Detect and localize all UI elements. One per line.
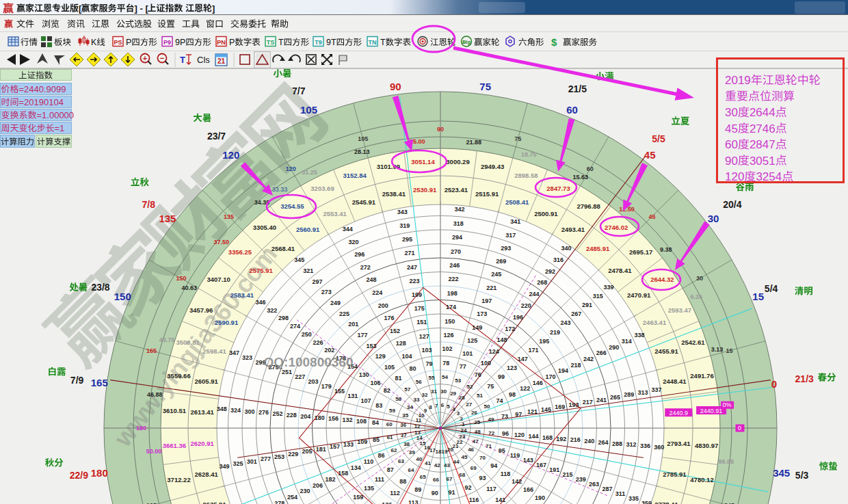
svg-text:227: 227 xyxy=(295,373,305,380)
svg-text:43: 43 xyxy=(444,462,450,468)
svg-text:316: 316 xyxy=(553,256,564,263)
svg-text:325: 325 xyxy=(233,460,243,467)
svg-text:103: 103 xyxy=(421,347,432,354)
svg-text:314: 314 xyxy=(622,338,632,345)
svg-text:174: 174 xyxy=(446,304,456,310)
svg-text:28: 28 xyxy=(459,395,465,401)
svg-text:195: 195 xyxy=(539,338,549,345)
svg-text:39: 39 xyxy=(409,449,415,455)
svg-text:150: 150 xyxy=(445,318,455,325)
svg-text:360: 360 xyxy=(654,444,664,451)
svg-text:295: 295 xyxy=(402,236,412,243)
svg-text:119: 119 xyxy=(510,452,520,459)
svg-text:141: 141 xyxy=(495,496,505,503)
svg-text:95: 95 xyxy=(499,447,505,454)
svg-text:35: 35 xyxy=(402,412,408,419)
svg-text:60: 60 xyxy=(566,104,578,116)
svg-text:205: 205 xyxy=(302,448,312,455)
svg-text:2568.41: 2568.41 xyxy=(271,245,295,252)
svg-text:158: 158 xyxy=(338,470,348,477)
svg-text:105: 105 xyxy=(300,104,317,116)
svg-text:2583.41: 2583.41 xyxy=(230,291,254,299)
svg-text:3.13: 3.13 xyxy=(711,346,724,353)
svg-text:2560.91: 2560.91 xyxy=(296,226,320,233)
svg-text:18.75: 18.75 xyxy=(521,151,537,158)
svg-text:96.88: 96.88 xyxy=(718,458,734,465)
svg-text:242: 242 xyxy=(583,356,594,362)
svg-text:90: 90 xyxy=(390,81,401,92)
svg-text:90: 90 xyxy=(437,126,444,133)
svg-text:343: 343 xyxy=(397,209,408,215)
svg-text:155: 155 xyxy=(334,388,345,395)
svg-text:120: 120 xyxy=(222,149,239,161)
svg-text:2542.61: 2542.61 xyxy=(681,339,705,346)
svg-text:2793.41: 2793.41 xyxy=(667,440,691,447)
svg-text:359: 359 xyxy=(641,500,652,504)
svg-text:113: 113 xyxy=(408,499,419,504)
svg-text:9: 9 xyxy=(424,408,427,414)
svg-text:3610.51: 3610.51 xyxy=(163,407,187,414)
svg-text:T9: T9 xyxy=(315,39,322,46)
svg-text:320: 320 xyxy=(348,239,358,246)
svg-text:170: 170 xyxy=(545,373,555,380)
svg-text:20/4: 20/4 xyxy=(723,199,741,210)
svg-text:180: 180 xyxy=(91,467,108,479)
svg-text:7/8: 7/8 xyxy=(142,199,155,210)
svg-text:146: 146 xyxy=(533,380,543,386)
svg-text:157: 157 xyxy=(330,443,340,450)
svg-text:143: 143 xyxy=(523,457,533,464)
svg-text:TS: TS xyxy=(267,39,275,46)
svg-text:15: 15 xyxy=(752,291,764,302)
svg-text:112: 112 xyxy=(390,490,400,496)
svg-text:268: 268 xyxy=(537,279,547,286)
svg-text:266: 266 xyxy=(596,349,607,356)
svg-text:98: 98 xyxy=(509,391,516,398)
svg-text:25: 25 xyxy=(474,419,480,425)
svg-text:340: 340 xyxy=(561,245,572,252)
svg-text:3051.14: 3051.14 xyxy=(411,158,435,165)
svg-text:111: 111 xyxy=(375,476,384,483)
svg-text:206: 206 xyxy=(313,482,323,489)
svg-text:22/9: 22/9 xyxy=(70,470,88,481)
svg-text:3000.29: 3000.29 xyxy=(446,158,469,165)
svg-text:] - [: ] - [ xyxy=(135,3,149,14)
svg-text:5/3: 5/3 xyxy=(795,470,809,481)
svg-text:63: 63 xyxy=(398,458,404,464)
svg-text:=2440.9099: =2440.9099 xyxy=(19,84,66,94)
svg-text:131: 131 xyxy=(347,393,358,399)
svg-text:134: 134 xyxy=(351,464,361,471)
svg-text:12: 12 xyxy=(414,423,421,429)
svg-text:172: 172 xyxy=(505,326,515,332)
svg-text:278: 278 xyxy=(274,500,284,504)
svg-text:2796.88: 2796.88 xyxy=(577,202,600,210)
svg-text:PN: PN xyxy=(217,39,226,46)
svg-text:252: 252 xyxy=(272,410,282,417)
svg-text:T: T xyxy=(180,55,185,65)
svg-text:341: 341 xyxy=(510,218,520,225)
svg-text:2785.91: 2785.91 xyxy=(663,470,687,478)
svg-text:277: 277 xyxy=(261,455,271,462)
svg-text:106: 106 xyxy=(370,380,380,386)
svg-text:190: 190 xyxy=(535,494,545,501)
svg-text:46: 46 xyxy=(468,447,474,453)
svg-text:47: 47 xyxy=(473,438,479,445)
svg-text:296: 296 xyxy=(354,251,365,258)
svg-text:200: 200 xyxy=(378,302,388,309)
svg-text:2949.43: 2949.43 xyxy=(481,163,504,170)
svg-text:T: T xyxy=(278,38,284,47)
svg-text:167: 167 xyxy=(536,462,546,468)
svg-text:73: 73 xyxy=(501,413,508,420)
svg-text:173: 173 xyxy=(477,310,487,317)
svg-text:7/7: 7/7 xyxy=(292,85,306,96)
svg-text:177: 177 xyxy=(357,332,367,339)
svg-text:247: 247 xyxy=(407,264,417,271)
svg-text:271: 271 xyxy=(404,250,414,256)
svg-text:83: 83 xyxy=(375,402,382,409)
svg-text:2491.76: 2491.76 xyxy=(690,372,713,380)
svg-text:293: 293 xyxy=(501,245,511,252)
svg-text:2628.41: 2628.41 xyxy=(195,470,219,478)
svg-text:50.00: 50.00 xyxy=(146,448,162,455)
svg-text:2575.91: 2575.91 xyxy=(249,267,273,274)
svg-text:203: 203 xyxy=(308,378,318,385)
svg-text:265: 265 xyxy=(610,394,620,401)
